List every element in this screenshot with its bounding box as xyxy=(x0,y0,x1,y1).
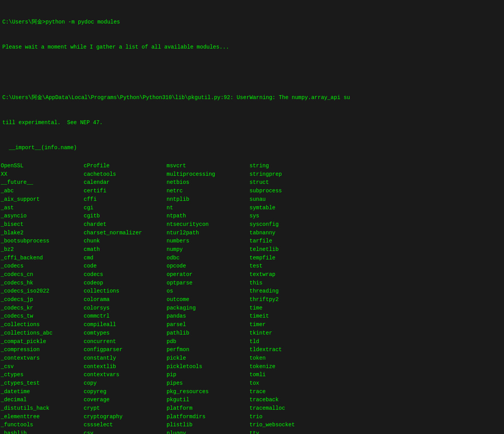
module-item: pickletools xyxy=(166,363,249,371)
module-item: platform xyxy=(166,404,249,413)
module-item: cProfile xyxy=(83,162,166,170)
module-item: commctrl xyxy=(83,312,166,321)
module-item: configparser xyxy=(83,346,166,354)
module-item: parsel xyxy=(166,321,249,329)
module-item: cmd xyxy=(83,254,166,262)
module-item: _blake2 xyxy=(0,229,83,237)
module-item: string xyxy=(249,162,332,170)
module-item: _codecs_iso2022 xyxy=(0,287,83,296)
module-item: pip xyxy=(166,371,249,379)
module-item: _bootsubprocess xyxy=(0,237,83,246)
module-item: optparse xyxy=(166,279,249,288)
module-item: this xyxy=(249,279,332,288)
module-item: coverage xyxy=(83,396,166,404)
module-item: ntpath xyxy=(166,212,249,220)
module-item: _datetime xyxy=(0,388,83,396)
info-line-1: Please wait a moment while I gather a li… xyxy=(2,43,502,52)
module-item: symtable xyxy=(249,204,332,212)
module-item: compileall xyxy=(83,321,166,329)
module-item: tarfile xyxy=(249,237,332,246)
module-item: sysconfig xyxy=(249,220,332,229)
module-item: netrc xyxy=(166,187,249,195)
module-item: colorama xyxy=(83,296,166,304)
module-item: _cffi_backend xyxy=(0,254,83,262)
module-item: pkgutil xyxy=(166,396,249,404)
module-item: subprocess xyxy=(249,187,332,195)
module-item: _ast xyxy=(0,204,83,212)
module-item: chardet xyxy=(83,220,166,229)
module-item: _functools xyxy=(0,421,83,429)
module-item: tokenize xyxy=(249,363,332,371)
module-item: plistlib xyxy=(166,421,249,429)
module-item: netbios xyxy=(166,178,249,187)
modules-grid: OpenSSLcProfilemsvcrtstringXXcachetoolsm… xyxy=(0,162,504,434)
module-item: _compression xyxy=(0,346,83,354)
module-item: tox xyxy=(249,379,332,388)
module-item: nturl2path xyxy=(166,229,249,237)
module-item: timer xyxy=(249,321,332,329)
module-item: outcome xyxy=(166,296,249,304)
module-item: _contextvars xyxy=(0,354,83,363)
module-item: concurrent xyxy=(83,338,166,346)
module-item: copy xyxy=(83,379,166,388)
module-item: tty xyxy=(249,429,332,434)
module-item: pickle xyxy=(166,354,249,363)
module-item: telnetlib xyxy=(249,246,332,254)
module-item: trace xyxy=(249,388,332,396)
module-item: _csv xyxy=(0,363,83,371)
module-item: pathlib xyxy=(166,329,249,338)
module-item: contextlib xyxy=(83,363,166,371)
module-item: os xyxy=(166,287,249,296)
module-item: _abc xyxy=(0,187,83,195)
module-item: trio xyxy=(249,413,332,421)
module-item: OpenSSL xyxy=(0,162,83,170)
module-item: _collections xyxy=(0,321,83,329)
module-item: pipes xyxy=(166,379,249,388)
warning-line-2: till experimental. See NEP 47. xyxy=(2,119,502,127)
module-item: tabnanny xyxy=(249,229,332,237)
module-item: _elementtree xyxy=(0,413,83,421)
module-item: _codecs_hk xyxy=(0,279,83,288)
module-item: sys xyxy=(249,212,332,220)
module-item: perfmon xyxy=(166,346,249,354)
module-item: code xyxy=(83,262,166,271)
module-item: tempfile xyxy=(249,254,332,262)
module-item: _codecs_tw xyxy=(0,312,83,321)
module-item: _asyncio xyxy=(0,212,83,220)
terminal-window: C:\Users\阿金>python -m pydoc modules Plea… xyxy=(0,0,504,162)
module-item: packaging xyxy=(166,304,249,313)
module-item: token xyxy=(249,354,332,363)
module-item: csv xyxy=(83,429,166,434)
module-item: numbers xyxy=(166,237,249,246)
module-item: pandas xyxy=(166,312,249,321)
module-item: platformdirs xyxy=(166,413,249,421)
module-item: _ctypes xyxy=(0,371,83,379)
blank-line xyxy=(2,69,502,77)
module-item: _codecs_kr xyxy=(0,304,83,313)
warning-line-1: C:\Users\阿金\AppData\Local\Programs\Pytho… xyxy=(2,94,502,102)
module-item: _bisect xyxy=(0,220,83,229)
module-item: pluggy xyxy=(166,429,249,434)
module-item: colorsys xyxy=(83,304,166,313)
module-item: thriftpy2 xyxy=(249,296,332,304)
module-item: traceback xyxy=(249,396,332,404)
module-item: tldextract xyxy=(249,346,332,354)
module-item: pkg_resources xyxy=(166,388,249,396)
module-item: _distutils_hack xyxy=(0,404,83,413)
module-item: codecs xyxy=(83,271,166,279)
module-item: multiprocessing xyxy=(166,170,249,179)
module-item: cmath xyxy=(83,246,166,254)
module-item: time xyxy=(249,304,332,313)
module-item: struct xyxy=(249,178,332,187)
module-item: pdb xyxy=(166,338,249,346)
module-item: odbc xyxy=(166,254,249,262)
module-item: operator xyxy=(166,271,249,279)
module-item: __future__ xyxy=(0,178,83,187)
module-item: trio_websocket xyxy=(249,421,332,429)
module-item: _decimal xyxy=(0,396,83,404)
module-item: cgi xyxy=(83,204,166,212)
module-item: test xyxy=(249,262,332,271)
module-item: sunau xyxy=(249,195,332,204)
module-item: opcode xyxy=(166,262,249,271)
module-item: XX xyxy=(0,170,83,179)
